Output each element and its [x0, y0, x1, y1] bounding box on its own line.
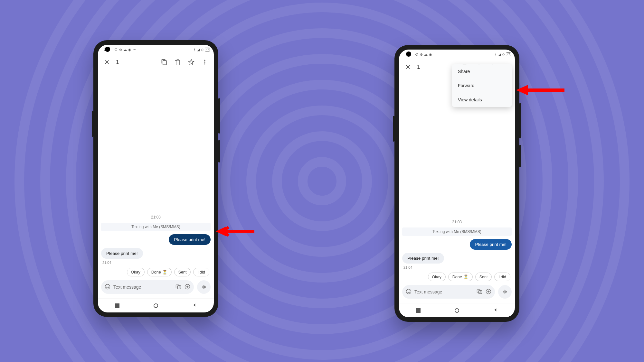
app-icon: ◉ [429, 52, 432, 57]
signal-icon: ◢ [197, 48, 200, 52]
close-button[interactable] [101, 56, 113, 68]
conversation-info: Texting with Me (SMS/MMS) [101, 223, 211, 231]
copy-button[interactable] [158, 56, 170, 68]
smart-reply-chip[interactable]: Sent [475, 273, 492, 281]
svg-point-1 [204, 61, 205, 62]
star-button[interactable] [185, 56, 197, 68]
alarm-icon: ⏱ [114, 48, 118, 51]
add-icon[interactable] [485, 288, 492, 296]
screen-right: ⏱ ⊘ ☁ ◉ ᚼ ◢ ◇ 47 1 [399, 50, 515, 317]
received-time: 21:04 [102, 261, 111, 265]
emoji-icon[interactable] [104, 283, 111, 291]
message-input[interactable]: Text message [402, 285, 495, 299]
voice-button[interactable] [197, 280, 211, 294]
smart-reply-row: Okay Done⏳ Sent I did [101, 268, 211, 276]
cloud-icon: ☁ [424, 52, 428, 57]
selection-appbar: 1 [98, 54, 214, 70]
svg-point-3 [105, 284, 110, 289]
battery-icon: 47 [506, 52, 511, 56]
delete-button[interactable] [172, 56, 184, 68]
annotation-arrow [216, 226, 254, 237]
annotation-arrow [516, 85, 564, 96]
sent-message[interactable]: Please print me! [470, 239, 512, 250]
nav-recents[interactable] [115, 303, 119, 308]
more-icon: ⋯ [133, 48, 136, 52]
wifi-icon: ◇ [502, 52, 505, 57]
message-input[interactable]: Text message [101, 280, 194, 294]
overflow-menu: Share Forward View details [452, 64, 512, 107]
menu-view-details[interactable]: View details [452, 93, 512, 107]
smart-reply-chip[interactable]: Okay [428, 273, 446, 281]
nav-bar [98, 298, 214, 312]
svg-point-5 [108, 286, 109, 286]
smart-reply-chip[interactable]: I did [193, 268, 209, 276]
phone-right: ⏱ ⊘ ☁ ◉ ᚼ ◢ ◇ 47 1 [394, 45, 519, 322]
received-time: 21:04 [403, 265, 412, 269]
svg-point-14 [409, 291, 410, 291]
svg-point-4 [107, 286, 107, 286]
cloud-icon: ☁ [123, 48, 127, 52]
add-icon[interactable] [184, 283, 191, 291]
signal-icon: ◢ [498, 52, 501, 57]
alarm-icon: ⏱ [415, 52, 419, 56]
status-bar: 2 ⏱ ⊘ ☁ ◉ ⋯ ᚼ ◢ ◇ 47 [98, 45, 214, 54]
input-placeholder: Text message [414, 289, 442, 294]
camera-punch [105, 47, 110, 52]
selection-count: 1 [417, 64, 420, 70]
nav-bar [399, 303, 515, 317]
compose-row: Text message [98, 280, 214, 298]
sent-message-selected[interactable]: Please print me! [169, 234, 211, 245]
app-icon: ◉ [128, 48, 131, 52]
overflow-button[interactable] [199, 56, 211, 68]
dnd-icon: ⊘ [119, 48, 122, 52]
nav-back[interactable] [493, 308, 498, 313]
conversation-info: Texting with Me (SMS/MMS) [402, 227, 512, 236]
voice-button[interactable] [498, 285, 512, 299]
gallery-icon[interactable] [175, 283, 182, 291]
wifi-icon: ◇ [201, 48, 204, 52]
smart-reply-chip[interactable]: Done⏳ [147, 268, 172, 276]
smart-reply-chip[interactable]: Done⏳ [448, 273, 473, 281]
svg-point-13 [408, 291, 408, 291]
nav-back[interactable] [192, 303, 197, 309]
nav-home[interactable] [154, 303, 158, 308]
status-bar: ⏱ ⊘ ☁ ◉ ᚼ ◢ ◇ 47 [399, 50, 515, 59]
smart-reply-row: Okay Done⏳ Sent I did [402, 273, 512, 281]
svg-point-2 [204, 63, 205, 64]
timestamp-label: 21:03 [402, 220, 512, 224]
menu-forward[interactable]: Forward [452, 79, 512, 93]
svg-point-0 [204, 60, 205, 61]
conversation-area: 21:03 Texting with Me (SMS/MMS) Please p… [98, 70, 214, 280]
phone-left: 2 ⏱ ⊘ ☁ ◉ ⋯ ᚼ ◢ ◇ 47 1 [93, 40, 218, 317]
input-placeholder: Text message [113, 284, 141, 290]
svg-point-12 [406, 289, 411, 294]
timestamp-label: 21:03 [101, 215, 211, 219]
compose-row: Text message [399, 285, 515, 303]
battery-icon: 47 [205, 48, 210, 51]
emoji-icon[interactable] [405, 288, 412, 296]
close-button[interactable] [402, 61, 414, 73]
bluetooth-icon: ᚼ [194, 48, 196, 51]
received-message[interactable]: Please print me! [402, 253, 444, 264]
smart-reply-chip[interactable]: Sent [174, 268, 191, 276]
menu-share[interactable]: Share [452, 64, 512, 79]
selection-count: 1 [116, 59, 119, 66]
camera-punch [406, 51, 411, 57]
smart-reply-chip[interactable]: Okay [127, 268, 145, 276]
screen-left: 2 ⏱ ⊘ ☁ ◉ ⋯ ᚼ ◢ ◇ 47 1 [98, 45, 214, 312]
bluetooth-icon: ᚼ [495, 52, 497, 56]
dnd-icon: ⊘ [420, 52, 423, 57]
smart-reply-chip[interactable]: I did [494, 273, 510, 281]
gallery-icon[interactable] [476, 288, 483, 296]
nav-home[interactable] [455, 308, 459, 313]
nav-recents[interactable] [416, 308, 421, 313]
received-message[interactable]: Please print me! [101, 248, 143, 259]
